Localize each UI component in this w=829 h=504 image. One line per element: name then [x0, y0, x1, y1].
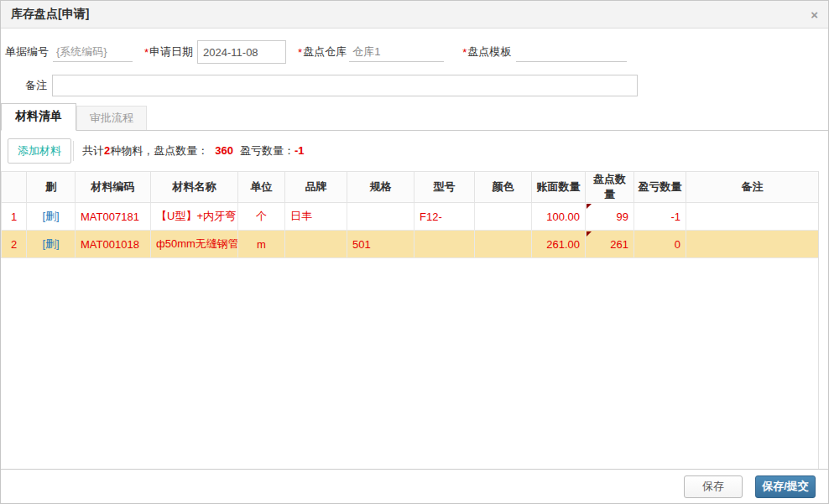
table-row[interactable]: 2 [删] MAT001018 ф50mm无缝钢管 m 501 261.00 2…: [2, 231, 819, 258]
form-row-main: 单据编号 * 申请日期 * 盘点仓库 * 盘点模板: [5, 40, 818, 64]
col-header-color: 颜色: [475, 172, 532, 203]
col-header-model: 型号: [414, 172, 475, 203]
field-doc-number: 单据编号: [5, 42, 133, 62]
cell-rownum: 1: [2, 203, 27, 231]
warehouse-input[interactable]: [349, 42, 444, 62]
template-label: 盘点模板: [467, 44, 511, 60]
cell-model: [414, 231, 475, 258]
edited-cell-flag: [587, 204, 592, 209]
cell-code: MAT001018: [76, 231, 151, 258]
cell-unit: 个: [238, 203, 285, 231]
toolbar-divider: [73, 141, 74, 161]
cell-color: [475, 203, 532, 231]
edited-cell-flag: [587, 231, 592, 236]
grid-toolbar: 添加材料 共计2种物料，盘点数量：360盈亏数量：-1: [1, 131, 828, 171]
warehouse-label: 盘点仓库: [303, 44, 347, 60]
doc-number-label: 单据编号: [5, 44, 49, 60]
cell-color: [475, 231, 532, 258]
field-warehouse: * 盘点仓库: [298, 42, 444, 62]
col-header-rownum: [2, 172, 27, 203]
col-header-name: 材料名称: [151, 172, 238, 203]
col-header-diff-qty: 盈亏数量: [634, 172, 686, 203]
cell-name: ф50mm无缝钢管: [151, 231, 238, 258]
cell-book-qty: 100.00: [532, 203, 586, 231]
cell-brand: 日丰: [285, 203, 347, 231]
table-row[interactable]: 1 [删] MAT007181 【U型】+内牙弯 个 日丰 F12- 100.0…: [2, 203, 819, 231]
template-input[interactable]: [516, 42, 627, 62]
form-row-remark: 备注: [5, 75, 818, 96]
cell-diff-qty: 0: [634, 231, 686, 258]
col-header-delete: 删: [27, 172, 76, 203]
cell-model: F12-: [414, 203, 475, 231]
tab-material-list[interactable]: 材料清单: [1, 103, 76, 131]
cell-rownum: 2: [2, 231, 27, 258]
field-template: * 盘点模板: [462, 42, 627, 62]
summary-mid2: 盈亏数量：: [240, 144, 295, 157]
col-header-check-qty: 盘点数量: [586, 172, 634, 203]
summary-text: 共计2种物料，盘点数量：360盈亏数量：-1: [82, 143, 305, 158]
delete-row-link[interactable]: [删]: [27, 203, 76, 231]
col-header-book-qty: 账面数量: [532, 172, 586, 203]
grid-header-row: 删 材料编码 材料名称 单位 品牌 规格 型号 颜色 账面数量 盘点数量 盈亏数…: [2, 172, 819, 203]
col-header-unit: 单位: [238, 172, 285, 203]
cell-check-qty[interactable]: 261: [586, 231, 634, 258]
field-apply-date: * 申请日期: [144, 40, 286, 64]
tab-bar: 材料清单 审批流程: [1, 105, 828, 131]
cell-code: MAT007181: [76, 203, 151, 231]
doc-number-input[interactable]: [53, 42, 133, 62]
material-grid: 删 材料编码 材料名称 单位 品牌 规格 型号 颜色 账面数量 盘点数量 盈亏数…: [1, 171, 819, 469]
cell-book-qty: 261.00: [532, 231, 586, 258]
apply-date-input[interactable]: [197, 40, 286, 64]
cell-name: 【U型】+内牙弯: [151, 203, 238, 231]
summary-diff-qty: -1: [295, 144, 305, 157]
cell-spec: [347, 203, 414, 231]
delete-row-link[interactable]: [删]: [27, 231, 76, 258]
inventory-check-dialog: 库存盘点[申请] × 单据编号 * 申请日期 * 盘点仓库 * 盘点模板: [0, 0, 829, 504]
required-mark: *: [144, 46, 149, 59]
remark-label: 备注: [5, 78, 47, 93]
cell-remark: [686, 231, 819, 258]
cell-spec: 501: [347, 231, 414, 258]
cell-diff-qty: -1: [634, 203, 686, 231]
dialog-header: 库存盘点[申请] ×: [1, 1, 828, 29]
summary-mid1: 种物料，盘点数量：: [110, 144, 208, 157]
cell-check-qty[interactable]: 99: [586, 203, 634, 231]
tab-approval-flow[interactable]: 审批流程: [76, 106, 147, 130]
col-header-remark: 备注: [686, 172, 819, 203]
close-icon[interactable]: ×: [811, 8, 818, 21]
col-header-spec: 规格: [347, 172, 414, 203]
apply-date-label: 申请日期: [149, 44, 193, 60]
form-area: 单据编号 * 申请日期 * 盘点仓库 * 盘点模板 备注: [1, 29, 828, 96]
col-header-code: 材料编码: [76, 172, 151, 203]
cell-remark: [686, 203, 819, 231]
add-material-button[interactable]: 添加材料: [8, 138, 71, 164]
cell-brand: [285, 231, 347, 258]
col-header-brand: 品牌: [285, 172, 347, 203]
save-submit-button[interactable]: 保存/提交: [755, 475, 816, 498]
summary-check-qty: 360: [215, 144, 233, 157]
required-mark: *: [298, 46, 302, 59]
save-button[interactable]: 保存: [684, 475, 743, 498]
cell-unit: m: [238, 231, 285, 258]
summary-prefix: 共计: [82, 144, 104, 157]
remark-input[interactable]: [52, 75, 638, 96]
required-mark: *: [462, 46, 467, 59]
dialog-footer: 保存 保存/提交: [1, 469, 828, 503]
dialog-title: 库存盘点[申请]: [11, 7, 89, 22]
